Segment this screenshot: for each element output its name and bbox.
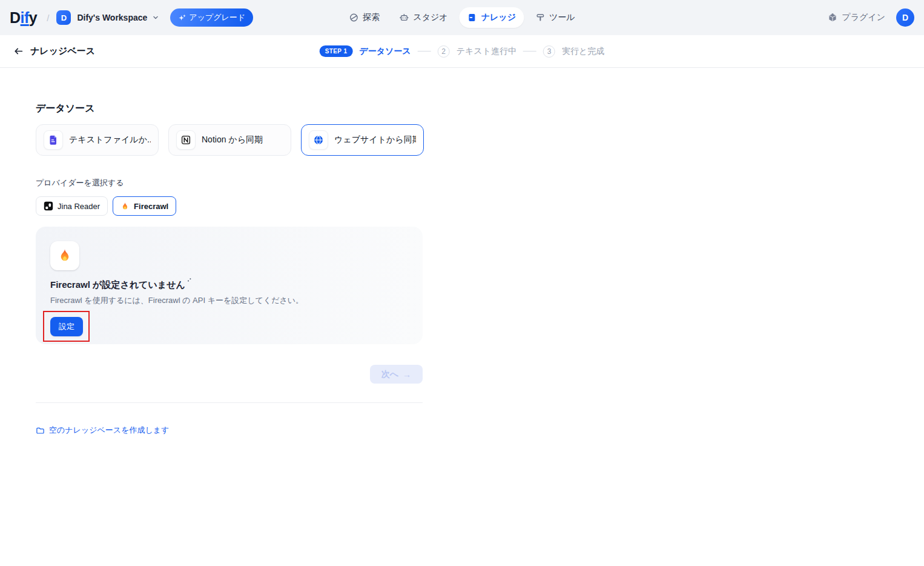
nav-item-explore[interactable]: 探索 (341, 7, 388, 28)
logo-part: y (29, 9, 37, 27)
datasource-card-file[interactable]: テキストファイルか... (36, 124, 159, 156)
step-divider (523, 51, 536, 52)
datasource-section-title: データソース (36, 102, 924, 115)
step1-badge: STEP 1 (320, 45, 353, 57)
sparkle-decoration-icon (186, 277, 193, 283)
provider-label: Jina Reader (58, 202, 100, 211)
provider-section-title: プロバイダーを選択する (36, 178, 924, 188)
datasource-card-website[interactable]: ウェブサイトから同期 (301, 124, 424, 156)
logo-part: if (21, 9, 29, 27)
flame-icon (120, 202, 130, 211)
configure-button[interactable]: 設定 (50, 317, 83, 336)
logo-part: D (10, 9, 21, 27)
provider-label: Firecrawl (134, 202, 168, 211)
workspace-badge[interactable]: D (56, 10, 71, 25)
top-header: Dify / D Dify's Workspace アップグレード 探索 スタジ… (0, 0, 924, 35)
jina-icon (44, 201, 53, 211)
explore-icon (349, 13, 358, 22)
folder-icon (36, 426, 45, 435)
globe-icon (309, 130, 328, 150)
user-avatar[interactable]: D (896, 8, 914, 27)
page-title: ナレッジベース (30, 45, 95, 57)
nav-item-tools[interactable]: ツール (527, 7, 583, 28)
breadcrumb-separator: / (47, 13, 49, 23)
step2-label: テキスト進行中 (457, 46, 516, 57)
datasource-card-notion[interactable]: Notion から同期 (168, 124, 291, 156)
datasource-card-label: Notion から同期 (202, 135, 263, 145)
create-empty-label: 空のナレッジベースを作成します (49, 425, 169, 436)
main-nav: 探索 スタジオ ナレッジ ツール (341, 7, 582, 28)
red-annotation-box: 設定 (43, 311, 90, 342)
plugins-button[interactable]: プラグイン (828, 12, 885, 23)
nav-label: スタジオ (413, 12, 447, 23)
step2-circle: 2 (438, 45, 450, 58)
datasource-card-label: テキストファイルか... (69, 135, 151, 145)
page-subheader: ナレッジベース STEP 1 データソース 2 テキスト進行中 3 実行と完成 (0, 35, 924, 68)
back-button[interactable] (11, 44, 25, 59)
nav-label: ツール (549, 12, 575, 23)
sparkle-plus-icon (178, 14, 186, 22)
step-divider (418, 51, 431, 52)
panel-description: Firecrawl を使用するには、Firecrawl の API キーを設定し… (50, 295, 408, 306)
provider-jina-reader[interactable]: Jina Reader (36, 196, 108, 216)
provider-buttons: Jina Reader Firecrawl (36, 196, 924, 216)
next-button[interactable]: 次へ → (370, 365, 423, 384)
arrow-right-icon: → (403, 370, 411, 379)
section-divider (36, 402, 423, 403)
create-empty-knowledge-link[interactable]: 空のナレッジベースを作成します (36, 425, 169, 436)
chevron-down-icon[interactable] (152, 14, 159, 21)
nav-label: ナレッジ (481, 12, 516, 23)
firecrawl-flame-icon (50, 241, 79, 270)
dify-logo[interactable]: Dify (10, 9, 37, 27)
next-button-row: 次へ → (36, 365, 423, 384)
next-label: 次へ (381, 369, 398, 380)
panel-title-row: Firecrawl が設定されていません (50, 279, 408, 291)
provider-firecrawl[interactable]: Firecrawl (113, 196, 176, 216)
step1-label: データソース (359, 46, 411, 57)
firecrawl-config-panel: Firecrawl が設定されていません Firecrawl を使用するには、F… (36, 227, 423, 344)
upgrade-button[interactable]: アップグレード (170, 8, 253, 27)
robot-icon (399, 13, 409, 22)
cube-icon (828, 13, 837, 22)
upgrade-label: アップグレード (189, 12, 245, 23)
nav-item-knowledge[interactable]: ナレッジ (460, 7, 524, 28)
header-left: Dify / D Dify's Workspace アップグレード (10, 8, 253, 27)
nav-item-studio[interactable]: スタジオ (391, 7, 455, 28)
book-icon (467, 13, 477, 22)
step3-label: 実行と完成 (562, 46, 604, 57)
step3-circle: 3 (543, 45, 555, 58)
notion-icon (176, 130, 196, 150)
datasource-card-label: ウェブサイトから同期 (334, 135, 416, 145)
step-indicator: STEP 1 データソース 2 テキスト進行中 3 実行と完成 (320, 45, 605, 58)
plugins-label: プラグイン (842, 12, 885, 23)
hammer-tool-icon (535, 13, 545, 22)
panel-title: Firecrawl が設定されていません (50, 279, 185, 291)
nav-label: 探索 (363, 12, 380, 23)
workspace-name[interactable]: Dify's Workspace (77, 13, 147, 22)
datasource-cards: テキストファイルか... Notion から同期 ウェブサイトから同期 (36, 124, 924, 156)
file-document-icon (44, 130, 63, 150)
main-content: データソース テキストファイルか... Notion から同期 ウェブサイトから… (0, 68, 924, 438)
header-right: プラグイン D (828, 8, 914, 27)
